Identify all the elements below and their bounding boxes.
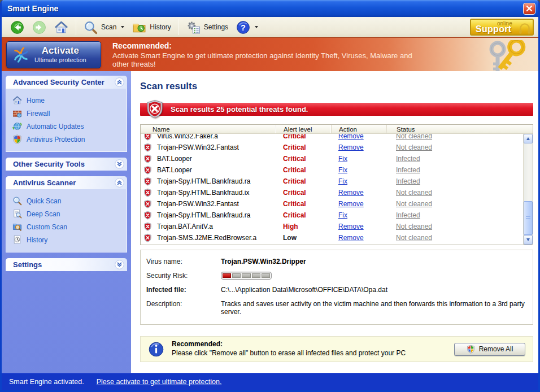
page-title: Scan results	[140, 81, 533, 92]
table-row[interactable]: BAT.LooperCriticalFixInfected	[141, 153, 523, 164]
scroll-down-button[interactable]	[524, 235, 533, 245]
table-row[interactable]: Trojan-Spy.HTML.Bankfraud.raCriticalFixI…	[141, 210, 523, 221]
infected-file-label: Infected file:	[146, 286, 221, 294]
threat-status: Not cleaned	[386, 134, 523, 140]
threat-name: Trojan.BAT.AnitV.a	[157, 223, 213, 230]
close-button[interactable]	[523, 3, 535, 15]
docclock-icon	[12, 235, 22, 245]
keys-icon	[481, 40, 537, 72]
banner-message: Activate Smart Engine to get ultimate pr…	[112, 51, 429, 68]
chevron-down-icon[interactable]	[115, 260, 124, 269]
action-link-remove[interactable]: Remove	[338, 223, 364, 230]
banner-heading: Recommended:	[112, 41, 429, 50]
table-row[interactable]: Trojan-Spy.HTML.Bankfraud.ixCriticalRemo…	[141, 187, 523, 198]
table-row[interactable]: Trojan-PSW.Win32.FantastCriticalRemoveNo…	[141, 198, 523, 210]
risk-segment-empty	[252, 273, 260, 278]
security-risk-label: Security Risk:	[146, 272, 221, 280]
alert-level: Critical	[276, 177, 331, 185]
toolbar-separator	[76, 19, 76, 35]
sidebar-item-history[interactable]: History	[11, 233, 124, 246]
sidebar-item-firewall[interactable]: Firewall	[11, 107, 124, 120]
table-row[interactable]: Trojan-PSW.Win32.FantastCriticalRemoveNo…	[141, 142, 523, 153]
action-link-remove[interactable]: Remove	[338, 200, 364, 208]
activate-button[interactable]: Activate Ultimate protection	[6, 41, 101, 68]
threat-shield-icon	[143, 134, 152, 141]
back-button[interactable]	[6, 19, 28, 36]
column-header-status[interactable]: Status	[386, 125, 533, 133]
sidebar-item-custom-scan[interactable]: Custom Scan	[11, 220, 124, 233]
sidebar-item-label: History	[27, 236, 47, 244]
home-icon	[12, 95, 22, 105]
sidebar-item-deep-scan[interactable]: Deep Scan	[11, 207, 124, 220]
sidebar-section-body: HomeFirewallAutomatic UpdatesAntivirus P…	[6, 89, 127, 152]
column-header-action[interactable]: Action	[331, 125, 386, 133]
column-header-name[interactable]: Name	[141, 125, 276, 133]
threat-shield-icon	[143, 143, 152, 152]
svg-text:?: ?	[241, 23, 246, 32]
remove-all-label: Remove All	[479, 345, 513, 353]
home-button[interactable]	[50, 19, 72, 36]
remove-all-button[interactable]: Remove All	[454, 343, 525, 356]
threat-name: Trojan-PSW.Win32.Fantast	[157, 143, 239, 151]
banner-text: Recommended: Activate Smart Engine to ge…	[112, 41, 429, 68]
threat-name: BAT.Looper	[157, 166, 192, 174]
threat-shield-icon	[143, 199, 152, 208]
online-support-button[interactable]: online Support	[470, 19, 534, 36]
forward-button[interactable]	[28, 19, 50, 36]
threat-shield-icon	[143, 154, 152, 163]
table-row[interactable]: Trojan.BAT.AnitV.aHighRemoveNot cleaned	[141, 221, 523, 232]
history-label: History	[150, 23, 171, 31]
history-button[interactable]: History	[128, 19, 175, 36]
foldermag-icon	[12, 222, 22, 232]
action-link-fix[interactable]: Fix	[338, 211, 347, 219]
action-link-remove[interactable]: Remove	[338, 189, 364, 197]
sidebar-item-home[interactable]: Home	[11, 94, 124, 107]
table-row[interactable]: Trojan-Spy.HTML.Bankfraud.raCriticalFixI…	[141, 176, 523, 187]
recommend-heading: Recommended:	[172, 340, 406, 349]
activation-banner: Activate Ultimate protection Recommended…	[2, 37, 538, 71]
chevron-down-icon[interactable]	[115, 159, 124, 169]
settings-button[interactable]: Settings	[182, 19, 232, 36]
action-link-remove[interactable]: Remove	[338, 143, 364, 151]
activate-link[interactable]: Plese activate to get ultimate protectio…	[97, 378, 222, 386]
table-row[interactable]: Virus.Win32.Faker.aCriticalRemoveNot cle…	[141, 134, 523, 142]
column-header-alert[interactable]: Alert level	[276, 125, 331, 133]
action-link-remove[interactable]: Remove	[338, 134, 364, 140]
action-link-fix[interactable]: Fix	[338, 155, 347, 163]
vertical-scrollbar[interactable]	[523, 134, 533, 245]
table-row[interactable]: Trojan-SMS.J2ME.RedBrowser.aLowRemoveNot…	[141, 232, 523, 243]
sidebar: Advanced Security CenterHomeFirewallAuto…	[2, 71, 131, 373]
scroll-up-button[interactable]	[524, 134, 533, 143]
table-row[interactable]: BAT.LooperCriticalFixInfected	[141, 164, 523, 176]
action-link-remove[interactable]: Remove	[338, 234, 364, 242]
sidebar-section-header-antivirus-scanner[interactable]: Antivirus Scanner	[6, 176, 127, 189]
sidebar-item-antivirus-protection[interactable]: Antivirus Protection	[11, 133, 124, 146]
home-icon	[54, 20, 68, 34]
sidebar-section-header-settings[interactable]: Settings	[6, 258, 127, 271]
sidebar-section-body: Quick ScanDeep ScanCustom ScanHistory	[6, 189, 127, 252]
action-link-fix[interactable]: Fix	[338, 166, 347, 174]
security-risk-meter	[221, 272, 272, 280]
chevron-up-icon[interactable]	[115, 77, 124, 87]
threat-shield-icon	[143, 211, 152, 220]
scan-results-table: Name Alert level Action Status Virus.Win…	[140, 124, 533, 245]
sidebar-section-header-other-security-tools[interactable]: Other Security Tools	[6, 158, 127, 171]
sidebar-item-quick-scan[interactable]: Quick Scan	[11, 194, 124, 207]
sidebar-section: Advanced Security CenterHomeFirewallAuto…	[6, 76, 127, 152]
sidebar-item-label: Deep Scan	[27, 210, 60, 218]
scan-button[interactable]: Scan	[80, 19, 128, 36]
sidebar-item-automatic-updates[interactable]: Automatic Updates	[11, 120, 124, 133]
chevron-up-icon[interactable]	[115, 178, 124, 188]
activate-logo-icon	[12, 46, 29, 63]
sidebar-section-title: Antivirus Scanner	[13, 178, 76, 187]
close-icon	[526, 5, 533, 12]
activate-title: Activate	[42, 45, 79, 56]
alert-level: Critical	[276, 189, 331, 197]
scan-dropdown-arrow-icon[interactable]	[121, 26, 124, 28]
help-dropdown-arrow-icon[interactable]	[255, 26, 258, 28]
threat-status: Not cleaned	[386, 234, 523, 242]
help-button[interactable]: ?	[232, 19, 262, 36]
scroll-thumb[interactable]	[524, 201, 533, 235]
sidebar-section-header-advanced-security-center[interactable]: Advanced Security Center	[6, 76, 127, 89]
action-link-fix[interactable]: Fix	[338, 177, 347, 185]
